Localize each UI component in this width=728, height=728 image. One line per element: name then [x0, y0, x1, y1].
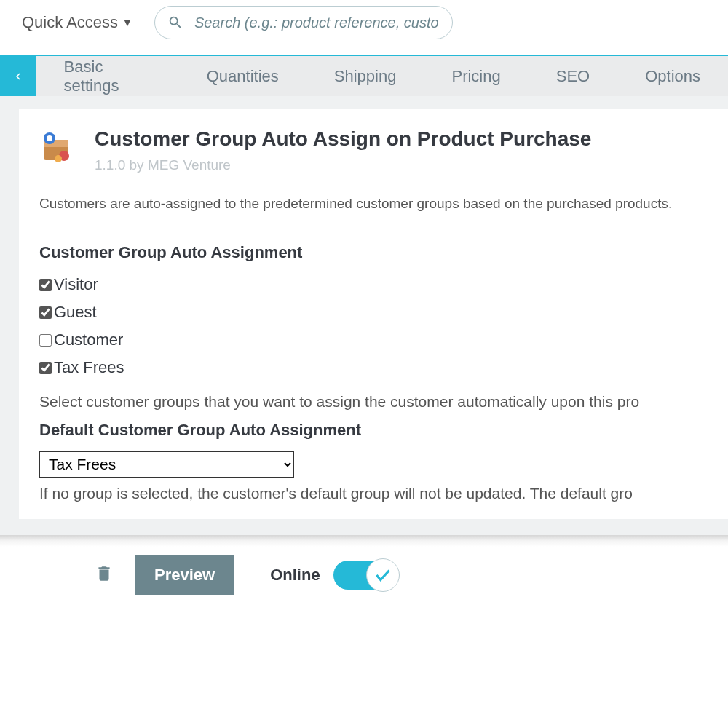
online-toggle[interactable] — [333, 561, 397, 590]
default-group-select[interactable]: Tax Frees — [39, 451, 294, 478]
checkbox-taxfrees[interactable] — [39, 362, 52, 374]
search-icon — [167, 15, 183, 31]
module-version: 1.1.0 by MEG Venture — [95, 157, 591, 173]
group-checkbox-customer[interactable]: Customer — [39, 331, 708, 349]
trash-icon — [95, 563, 114, 585]
checkbox-customer[interactable] — [39, 334, 52, 347]
footer-bar: Preview Online — [0, 535, 728, 615]
checkbox-label: Guest — [54, 303, 97, 322]
module-title: Customer Group Auto Assign on Product Pu… — [95, 127, 591, 151]
groups-help-text: Select customer groups that you want to … — [39, 390, 708, 414]
online-label: Online — [270, 566, 320, 585]
chevron-left-icon — [12, 70, 25, 83]
tab-basic-settings[interactable]: Basic settings — [36, 56, 179, 96]
tab-options[interactable]: Options — [617, 56, 728, 96]
delete-button[interactable] — [95, 563, 114, 587]
quick-access-label: Quick Access — [22, 13, 118, 32]
default-group-help: If no group is selected, the customer's … — [39, 482, 708, 505]
module-box-icon — [39, 130, 74, 165]
back-button[interactable] — [0, 56, 36, 96]
preview-button[interactable]: Preview — [135, 555, 234, 595]
svg-point-3 — [47, 135, 52, 141]
tab-quantities[interactable]: Quantities — [179, 56, 306, 96]
groups-section-title: Customer Group Auto Assignment — [39, 243, 708, 262]
checkbox-label: Customer — [54, 331, 123, 349]
checkbox-guest[interactable] — [39, 306, 52, 319]
group-checkbox-taxfrees[interactable]: Tax Frees — [39, 358, 708, 377]
default-group-section-title: Default Customer Group Auto Assignment — [39, 421, 708, 440]
checkbox-visitor[interactable] — [39, 279, 52, 291]
tab-seo[interactable]: SEO — [529, 56, 617, 96]
module-description: Customers are auto-assigned to the prede… — [39, 194, 708, 215]
toggle-knob — [366, 558, 400, 592]
tab-pricing[interactable]: Pricing — [424, 56, 528, 96]
svg-point-5 — [55, 155, 62, 162]
quick-access-menu[interactable]: Quick Access ▼ — [22, 13, 132, 32]
group-checkbox-guest[interactable]: Guest — [39, 303, 708, 322]
checkbox-label: Visitor — [54, 275, 98, 294]
check-icon — [373, 566, 392, 585]
module-panel: Customer Group Auto Assign on Product Pu… — [19, 109, 728, 519]
search-input[interactable] — [154, 6, 453, 39]
product-tabs: Basic settings Quantities Shipping Prici… — [0, 55, 728, 96]
tab-shipping[interactable]: Shipping — [306, 56, 424, 96]
group-checkbox-visitor[interactable]: Visitor — [39, 275, 708, 294]
checkbox-label: Tax Frees — [54, 358, 124, 377]
caret-down-icon: ▼ — [122, 17, 132, 28]
